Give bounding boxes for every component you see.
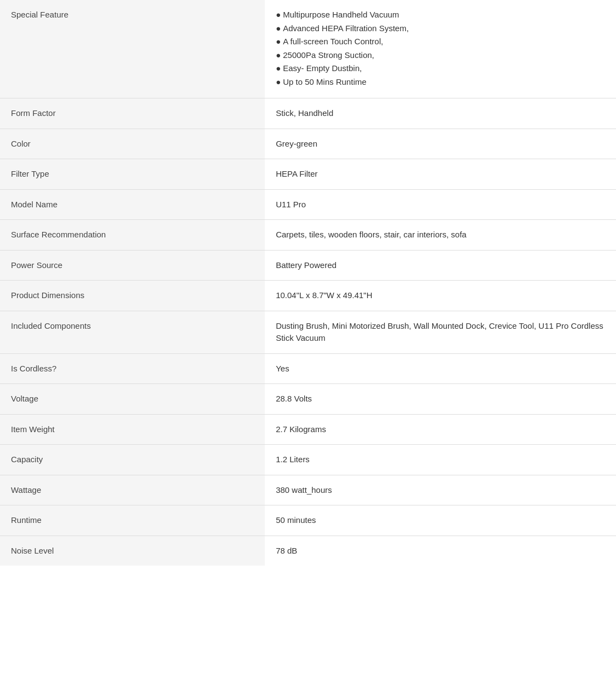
- spec-label: Voltage: [0, 384, 265, 415]
- spec-value: 1.2 Liters: [265, 445, 616, 475]
- spec-value: Carpets, tiles, wooden floors, stair, ca…: [265, 220, 616, 251]
- spec-row: Form FactorStick, Handheld: [0, 98, 616, 129]
- spec-label: Form Factor: [0, 98, 265, 129]
- special-feature-item: Easy- Empty Dustbin,: [276, 62, 605, 75]
- special-feature-item: Multipurpose Handheld Vacuum: [276, 9, 605, 21]
- spec-row: Wattage380 watt_hours: [0, 475, 616, 505]
- spec-value: 380 watt_hours: [265, 475, 616, 505]
- spec-label: Wattage: [0, 475, 265, 505]
- spec-value: Grey-green: [265, 129, 616, 159]
- special-feature-item: Up to 50 Mins Runtime: [276, 76, 605, 89]
- spec-row: Noise Level78 dB: [0, 536, 616, 566]
- spec-row: Special FeatureMultipurpose Handheld Vac…: [0, 0, 616, 98]
- spec-value: Stick, Handheld: [265, 98, 616, 129]
- spec-value: HEPA Filter: [265, 159, 616, 190]
- spec-value: U11 Pro: [265, 189, 616, 220]
- special-feature-list: Multipurpose Handheld VacuumAdvanced HEP…: [276, 9, 605, 88]
- spec-value: Battery Powered: [265, 250, 616, 281]
- spec-label: Runtime: [0, 505, 265, 536]
- spec-row: Included ComponentsDusting Brush, Mini M…: [0, 311, 616, 353]
- spec-label: Product Dimensions: [0, 281, 265, 311]
- spec-row: Is Cordless?Yes: [0, 353, 616, 384]
- special-feature-item: Advanced HEPA Filtration System,: [276, 22, 605, 35]
- spec-value: 78 dB: [265, 536, 616, 566]
- spec-label: Surface Recommendation: [0, 220, 265, 251]
- spec-value: 2.7 Kilograms: [265, 414, 616, 445]
- spec-row: Product Dimensions10.04"L x 8.7"W x 49.4…: [0, 281, 616, 311]
- spec-value: Yes: [265, 353, 616, 384]
- spec-value: Multipurpose Handheld VacuumAdvanced HEP…: [265, 0, 616, 98]
- spec-label: Filter Type: [0, 159, 265, 190]
- spec-label: Noise Level: [0, 536, 265, 566]
- spec-label: Item Weight: [0, 414, 265, 445]
- spec-label: Model Name: [0, 189, 265, 220]
- special-feature-item: A full-screen Touch Control,: [276, 36, 605, 48]
- spec-label: Power Source: [0, 250, 265, 281]
- spec-row: Runtime50 minutes: [0, 505, 616, 536]
- spec-value: 10.04"L x 8.7"W x 49.41"H: [265, 281, 616, 311]
- spec-label: Included Components: [0, 311, 265, 353]
- spec-label: Is Cordless?: [0, 353, 265, 384]
- spec-value: 28.8 Volts: [265, 384, 616, 415]
- spec-value: 50 minutes: [265, 505, 616, 536]
- spec-row: Power SourceBattery Powered: [0, 250, 616, 281]
- spec-label: Color: [0, 129, 265, 159]
- spec-row: Capacity1.2 Liters: [0, 445, 616, 475]
- spec-row: Item Weight2.7 Kilograms: [0, 414, 616, 445]
- spec-row: Filter TypeHEPA Filter: [0, 159, 616, 190]
- spec-label: Special Feature: [0, 0, 265, 98]
- special-feature-item: 25000Pa Strong Suction,: [276, 49, 605, 62]
- spec-row: Voltage28.8 Volts: [0, 384, 616, 415]
- spec-label: Capacity: [0, 445, 265, 475]
- spec-row: ColorGrey-green: [0, 129, 616, 159]
- spec-value: Dusting Brush, Mini Motorized Brush, Wal…: [265, 311, 616, 353]
- spec-row: Surface RecommendationCarpets, tiles, wo…: [0, 220, 616, 251]
- product-spec-table: Special FeatureMultipurpose Handheld Vac…: [0, 0, 616, 566]
- spec-row: Model NameU11 Pro: [0, 189, 616, 220]
